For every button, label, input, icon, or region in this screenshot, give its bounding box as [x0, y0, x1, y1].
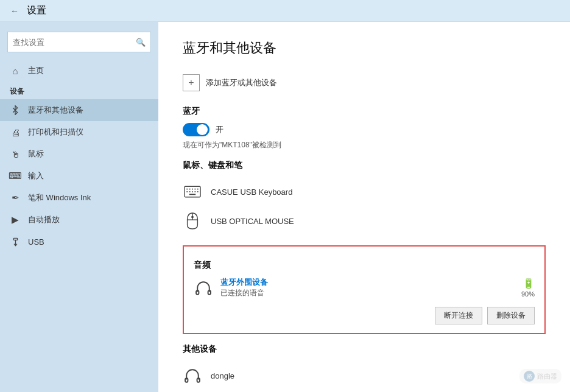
- sidebar-item-label: USB: [28, 237, 44, 247]
- sidebar: 🔍 ⌂ 主页 设备 蓝牙和其他设备 🖨 打印机和扫描仪 🖱 鼠标 ⌨: [0, 22, 158, 392]
- remove-device-button[interactable]: 删除设备: [487, 307, 535, 324]
- dongle-icon: [183, 366, 202, 385]
- page-title: 蓝牙和其他设备: [183, 39, 546, 57]
- svg-rect-19: [185, 378, 188, 382]
- sidebar-item-input[interactable]: ⌨ 输入: [0, 165, 158, 187]
- main-layout: 🔍 ⌂ 主页 设备 蓝牙和其他设备 🖨 打印机和扫描仪 🖱 鼠标 ⌨: [0, 22, 570, 392]
- watermark-logo: 路: [524, 371, 535, 382]
- audio-section-title: 音频: [194, 260, 535, 271]
- keyboard-device-name: CASUE USB Keyboard: [211, 187, 292, 197]
- sidebar-item-usb[interactable]: USB: [0, 231, 158, 253]
- sidebar-section-devices: 设备: [0, 84, 158, 99]
- peripherals-section-title: 鼠标、键盘和笔: [183, 160, 546, 171]
- autoplay-icon: ▶: [10, 214, 21, 225]
- audio-device-row: 蓝牙外围设备 已连接的语音 🔋 90%: [194, 277, 535, 298]
- sidebar-home-label: 主页: [28, 65, 44, 76]
- mouse-device-name: USB OPTICAL MOUSE: [211, 217, 294, 226]
- search-input[interactable]: [13, 38, 136, 47]
- pen-icon: ✒: [10, 192, 21, 203]
- svg-point-16: [191, 216, 194, 219]
- bluetooth-toggle[interactable]: [183, 123, 209, 136]
- watermark-text: 路由器: [537, 372, 557, 381]
- home-icon: ⌂: [10, 65, 21, 76]
- titlebar-title: 设置: [27, 4, 46, 17]
- back-icon: ←: [10, 6, 19, 16]
- battery-icon: 🔋: [522, 278, 535, 289]
- sidebar-item-label: 笔和 Windows Ink: [28, 192, 91, 203]
- audio-device-name: 蓝牙外围设备: [220, 277, 268, 288]
- sidebar-item-label: 打印机和扫描仪: [28, 127, 83, 138]
- mouse-device-item: USB OPTICAL MOUSE: [183, 206, 546, 236]
- bluetooth-toggle-row: 开: [183, 123, 546, 136]
- svg-rect-20: [197, 378, 200, 382]
- bluetooth-icon: [10, 105, 21, 116]
- sidebar-item-mouse[interactable]: 🖱 鼠标: [0, 143, 158, 165]
- mouse-device-icon: [183, 211, 202, 231]
- headphone-icon: [194, 278, 213, 298]
- sidebar-item-printer[interactable]: 🖨 打印机和扫描仪: [0, 121, 158, 143]
- dongle-device-name: dongle: [211, 371, 234, 380]
- titlebar: ← 设置: [0, 0, 570, 22]
- add-device-label: 添加蓝牙或其他设备: [206, 77, 277, 88]
- content-area: 蓝牙和其他设备 + 添加蓝牙或其他设备 蓝牙 开 现在可作为"MKT108"被检…: [158, 22, 570, 392]
- other-devices-title: 其他设备: [183, 344, 546, 355]
- audio-device-sub: 已连接的语音: [220, 288, 268, 298]
- sidebar-search-box[interactable]: 🔍: [7, 32, 151, 52]
- sidebar-item-label: 蓝牙和其他设备: [28, 105, 83, 116]
- search-icon: 🔍: [136, 38, 146, 47]
- dongle-device-item: dongle: [183, 361, 546, 390]
- audio-action-buttons: 断开连接 删除设备: [194, 307, 535, 324]
- keyboard-device-icon: [183, 182, 202, 201]
- disconnect-button[interactable]: 断开连接: [435, 307, 482, 324]
- bluetooth-detected-text: 现在可作为"MKT108"被检测到: [183, 140, 546, 150]
- audio-device-info: 蓝牙外围设备 已连接的语音: [220, 277, 268, 298]
- back-button[interactable]: ←: [7, 4, 22, 18]
- bluetooth-on-label: 开: [216, 124, 223, 135]
- audio-device-left: 蓝牙外围设备 已连接的语音: [194, 277, 268, 298]
- sidebar-item-pen[interactable]: ✒ 笔和 Windows Ink: [0, 187, 158, 209]
- add-device-button[interactable]: + 添加蓝牙或其他设备: [183, 72, 277, 94]
- keyboard-icon: ⌨: [10, 170, 21, 181]
- add-device-plus-icon: +: [183, 74, 200, 91]
- mouse-icon: 🖱: [10, 149, 21, 159]
- usb-icon: [10, 236, 21, 247]
- sidebar-item-bluetooth[interactable]: 蓝牙和其他设备: [0, 99, 158, 121]
- sidebar-item-label: 自动播放: [28, 214, 60, 225]
- svg-rect-0: [13, 238, 17, 240]
- audio-section: 音频 蓝牙外围设备 已连接的语音: [183, 245, 546, 334]
- sidebar-item-label: 鼠标: [28, 149, 44, 159]
- bluetooth-section-title: 蓝牙: [183, 106, 546, 117]
- battery-percentage: 90%: [521, 290, 535, 298]
- sidebar-item-home[interactable]: ⌂ 主页: [0, 60, 158, 82]
- battery-info: 🔋 90%: [521, 278, 535, 298]
- watermark: 路 路由器: [519, 369, 561, 383]
- sidebar-item-label: 输入: [28, 170, 44, 181]
- keyboard-device-item: CASUE USB Keyboard: [183, 177, 546, 206]
- printer-icon: 🖨: [10, 127, 21, 138]
- sidebar-item-autoplay[interactable]: ▶ 自动播放: [0, 209, 158, 231]
